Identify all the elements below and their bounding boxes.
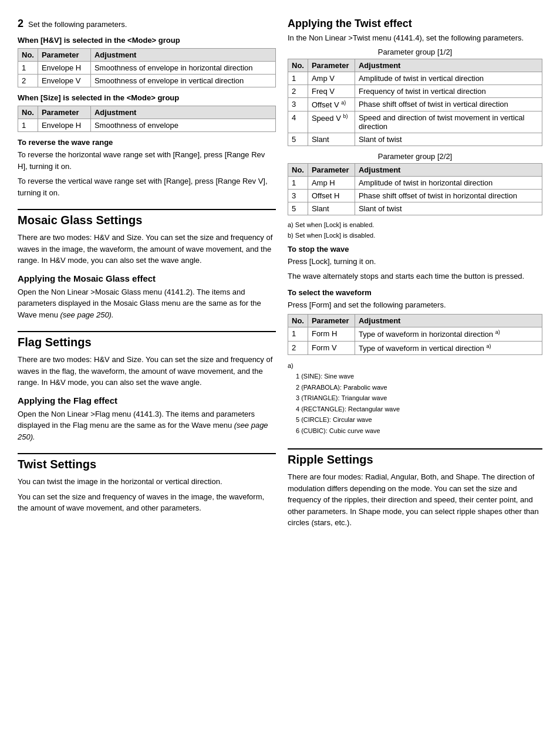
stop-wave-text1: Press [Lock], turning it on. (288, 256, 542, 268)
applying-twist-intro: In the Non Linear >Twist menu (4141.4), … (288, 32, 542, 44)
size-mode-title: When [Size] is selected in the <Mode> gr… (18, 93, 276, 102)
flag-applying-heading: Applying the Flag effect (18, 396, 276, 405)
waveform-table: No. Parameter Adjustment 1 Form H Type o… (288, 314, 542, 355)
table-row: 2 Form V Type of waveform in vertical di… (288, 341, 542, 354)
reverse-wave-text2: To reverse the vertical wave range set w… (18, 175, 276, 198)
stop-wave-text2: The wave alternately stops and starts ea… (288, 271, 542, 282)
size-col-adj: Adjustment (90, 106, 275, 119)
waveform-footnote-6: 6 (CUBIC): Cubic curve wave (288, 426, 542, 436)
g1-col-adj: Adjustment (355, 59, 542, 72)
mosaic-applying-text: Open the Non Linear >Mosaic Glass menu (… (18, 286, 276, 321)
table-row: 1 Envelope H Smoothness of envelope (18, 119, 276, 132)
mosaic-applying-heading: Applying the Mosaic Glass effect (18, 273, 276, 283)
size-col-no: No. (18, 106, 38, 119)
waveform-footnote-label: a) (288, 361, 542, 371)
step-number: 2 (18, 18, 23, 30)
waveform-footnote-4: 4 (RECTANGLE): Rectangular wave (288, 404, 542, 414)
table-row: 3 Offset V a) Phase shift offset of twis… (288, 97, 542, 111)
hv-mode-title: When [H&V] is selected in the <Mode> gro… (18, 36, 276, 45)
ripple-body: There are four modes: Radial, Angular, B… (288, 471, 542, 529)
reverse-wave-heading: To reverse the wave range (18, 138, 276, 147)
wf-col-no: No. (288, 315, 308, 327)
table-row: 5 Slant Slant of twist (288, 202, 542, 215)
twist-heading: Twist Settings (18, 453, 276, 471)
hv-col-adj: Adjustment (90, 49, 275, 62)
g2-col-adj: Adjustment (355, 163, 542, 176)
table-row: 1 Amp H Amplitude of twist in horizontal… (288, 176, 542, 189)
footnote-b: b) Set when [Lock] is disabled. (288, 232, 542, 239)
table-row: 2 Envelope V Smoothness of envelope in v… (18, 75, 276, 87)
waveform-footnote-1: 1 (SINE): Sine wave (288, 371, 542, 381)
table-row: 4 Speed V b) Speed and direction of twis… (288, 111, 542, 133)
ripple-heading: Ripple Settings (288, 448, 542, 467)
flag-body: There are two modes: H&V and Size. You c… (18, 354, 276, 388)
stop-wave-heading: To stop the wave (288, 245, 542, 254)
flag-applying-text: Open the Non Linear >Flag menu (4141.3).… (18, 408, 276, 443)
mosaic-body: There are two modes: H&V and Size. You c… (18, 232, 276, 266)
hv-col-no: No. (18, 49, 38, 62)
waveform-footnote-5: 5 (CIRCLE): Circular wave (288, 415, 542, 425)
table-row: 1 Amp V Amplitude of twist in vertical d… (288, 72, 542, 85)
group1-label: Parameter group [1/2] (288, 48, 542, 56)
applying-twist-heading: Applying the Twist effect (288, 18, 542, 30)
table-row: 2 Freq V Frequency of twist in vertical … (288, 85, 542, 97)
waveform-footnote-3: 3 (TRIANGLE): Triangular wave (288, 393, 542, 403)
right-column: Applying the Twist effect In the Non Lin… (288, 18, 542, 707)
g2-col-no: No. (288, 163, 308, 176)
select-waveform-text: Press [Form] and set the following param… (288, 299, 542, 311)
footnote-a: a) Set when [Lock] is enabled. (288, 221, 542, 228)
size-col-param: Parameter (38, 106, 90, 119)
reverse-wave-text1: To reverse the horizontal wave range set… (18, 149, 276, 172)
left-column: 2 Set the following parameters. When [H&… (18, 18, 276, 707)
g1-col-param: Parameter (308, 59, 355, 72)
select-waveform-heading: To select the waveform (288, 288, 542, 297)
hv-mode-table: No. Parameter Adjustment 1 Envelope H Sm… (18, 48, 276, 87)
table-row: 1 Form H Type of waveform in horizontal … (288, 327, 542, 341)
mosaic-heading: Mosaic Glass Settings (18, 209, 276, 227)
wf-col-adj: Adjustment (355, 315, 542, 327)
g1-col-no: No. (288, 59, 308, 72)
size-mode-table: No. Parameter Adjustment 1 Envelope H Sm… (18, 106, 276, 132)
table-row: 1 Envelope H Smoothness of envelope in h… (18, 62, 276, 75)
hv-col-param: Parameter (38, 49, 90, 62)
twist-group1-table: No. Parameter Adjustment 1 Amp V Amplitu… (288, 59, 542, 146)
table-row: 3 Offset H Phase shift offset of twist i… (288, 189, 542, 202)
twist-group2-table: No. Parameter Adjustment 1 Amp H Amplitu… (288, 163, 542, 215)
flag-heading: Flag Settings (18, 331, 276, 349)
waveform-footnote-2: 2 (PARABOLA): Parabolic wave (288, 383, 542, 393)
wf-col-param: Parameter (308, 315, 355, 327)
group2-label: Parameter group [2/2] (288, 152, 542, 161)
twist-body1: You can twist the image in the horizonta… (18, 476, 276, 488)
table-row: 5 Slant Slant of twist (288, 133, 542, 146)
step-text: Set the following parameters. (28, 20, 127, 29)
twist-body2: You can set the size and frequency of wa… (18, 491, 276, 514)
g2-col-param: Parameter (308, 163, 355, 176)
